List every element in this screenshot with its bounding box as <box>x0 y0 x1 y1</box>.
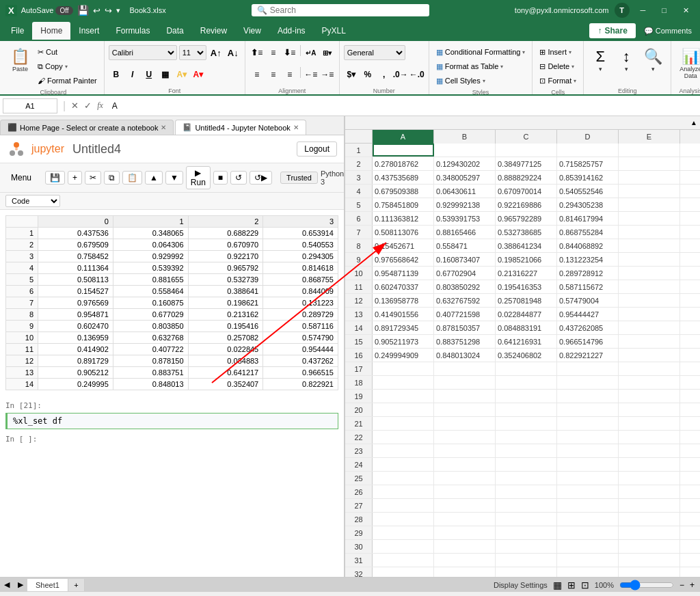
close-tab1-icon[interactable]: ✕ <box>161 124 166 131</box>
spreadsheet-cell[interactable]: 0.632767592 <box>434 294 496 307</box>
spreadsheet-cell[interactable] <box>496 472 557 485</box>
copy-cell-button[interactable]: ⧉ <box>104 171 120 185</box>
menu-item-data[interactable]: Data <box>158 22 191 40</box>
spreadsheet-cell[interactable] <box>619 321 680 334</box>
confirm-formula-icon[interactable]: ✓ <box>84 100 92 111</box>
spreadsheet-cell[interactable] <box>496 144 557 157</box>
align-center-button[interactable]: ≡ <box>266 67 281 82</box>
spreadsheet-cell[interactable] <box>373 513 434 526</box>
spreadsheet-cell[interactable]: 0.414901556 <box>373 308 434 321</box>
spreadsheet-cell[interactable] <box>496 403 557 416</box>
spreadsheet-cell[interactable]: 0.965792289 <box>496 212 557 225</box>
spreadsheet-cell[interactable] <box>619 472 680 485</box>
spreadsheet-cell[interactable] <box>619 226 680 239</box>
spreadsheet-cell[interactable]: 0.437535689 <box>373 171 434 184</box>
spreadsheet-cell[interactable] <box>496 390 557 403</box>
underline-button[interactable]: U <box>142 67 157 82</box>
decimal-increase-button[interactable]: .0→ <box>393 67 408 82</box>
spreadsheet-cell[interactable]: 0.129430202 <box>434 157 496 170</box>
spreadsheet-cell[interactable] <box>619 253 680 266</box>
spreadsheet-cell[interactable]: 0.558471 <box>434 239 496 252</box>
spreadsheet-cell[interactable] <box>619 485 680 498</box>
spreadsheet-cell[interactable] <box>373 458 434 471</box>
spreadsheet-cell[interactable]: 0.844068892 <box>557 239 619 252</box>
spreadsheet-cell[interactable] <box>373 485 434 498</box>
spreadsheet-cell[interactable] <box>619 403 680 416</box>
spreadsheet-cell[interactable]: 0.715825757 <box>557 157 619 170</box>
col-header-A[interactable]: A <box>373 130 434 144</box>
spreadsheet-cell[interactable] <box>557 431 619 444</box>
layout-break-icon[interactable]: ⊡ <box>581 580 589 591</box>
spreadsheet-cell[interactable] <box>373 376 434 389</box>
spreadsheet-cell[interactable] <box>496 376 557 389</box>
zoom-slider[interactable] <box>619 580 674 591</box>
border-button[interactable]: ▦ <box>158 67 173 82</box>
spreadsheet-cell[interactable]: 0.848013024 <box>434 349 496 362</box>
fill-color-button[interactable]: A▾ <box>174 67 189 82</box>
spreadsheet-cell[interactable] <box>680 499 700 512</box>
zoom-out-icon[interactable]: − <box>679 580 684 590</box>
spreadsheet-cell[interactable]: 0.922169886 <box>496 198 557 211</box>
move-up-button[interactable]: ▲ <box>145 171 163 185</box>
spreadsheet-cell[interactable] <box>373 567 434 577</box>
spreadsheet-cell[interactable] <box>619 335 680 348</box>
spreadsheet-cell[interactable] <box>619 185 680 198</box>
spreadsheet-cell[interactable] <box>434 376 496 389</box>
spreadsheet-cell[interactable] <box>680 472 700 485</box>
spreadsheet-cell[interactable] <box>680 308 700 321</box>
spreadsheet-cell[interactable] <box>434 540 496 553</box>
spreadsheet-cell[interactable]: 0.160873407 <box>434 253 496 266</box>
spreadsheet-cell[interactable] <box>680 403 700 416</box>
move-down-button[interactable]: ▼ <box>165 171 183 185</box>
spreadsheet-cell[interactable] <box>434 485 496 498</box>
spreadsheet-cell[interactable] <box>680 526 700 539</box>
spreadsheet-cell[interactable] <box>619 157 680 170</box>
spreadsheet-cell[interactable]: 0.249994909 <box>373 349 434 362</box>
spreadsheet-cell[interactable] <box>680 513 700 526</box>
spreadsheet-cell[interactable] <box>619 349 680 362</box>
spreadsheet-cell[interactable]: 0.88165466 <box>434 226 496 239</box>
comma-button[interactable]: , <box>377 67 392 82</box>
spreadsheet-cell[interactable]: 0.878150357 <box>434 321 496 334</box>
spreadsheet-cell[interactable]: 0.57479004 <box>557 294 619 307</box>
spreadsheet-cell[interactable] <box>496 540 557 553</box>
spreadsheet-cell[interactable] <box>434 472 496 485</box>
spreadsheet-cell[interactable]: 0.21316227 <box>496 267 557 280</box>
format-button[interactable]: ⊡ Format ▾ <box>537 74 579 87</box>
find-button[interactable]: 🔍 ▾ <box>640 45 667 75</box>
jupyter-tab-home[interactable]: ⬛ Home Page - Select or create a noteboo… <box>0 120 174 135</box>
spreadsheet-cell[interactable] <box>373 431 434 444</box>
spreadsheet-cell[interactable]: 0.822921227 <box>557 349 619 362</box>
spreadsheet-cell[interactable] <box>680 567 700 577</box>
spreadsheet-cell[interactable] <box>434 513 496 526</box>
spreadsheet-cell[interactable] <box>434 554 496 567</box>
spreadsheet-cell[interactable]: 0.888829224 <box>496 171 557 184</box>
menu-item-formulas[interactable]: Formulas <box>107 22 158 40</box>
align-middle-button[interactable]: ≡ <box>266 45 281 60</box>
spreadsheet-cell[interactable] <box>680 321 700 334</box>
decimal-decrease-button[interactable]: ←.0 <box>409 67 425 82</box>
name-box[interactable] <box>3 98 57 113</box>
spreadsheet-cell[interactable] <box>680 362 700 375</box>
stop-button[interactable]: ■ <box>213 171 228 185</box>
user-avatar[interactable]: T <box>615 3 630 18</box>
spreadsheet-cell[interactable] <box>680 239 700 252</box>
menu-item-pyxll[interactable]: PyXLL <box>314 22 354 40</box>
conditional-formatting-button[interactable]: ▦ Conditional Formatting ▾ <box>433 45 528 59</box>
spreadsheet-cell[interactable] <box>557 485 619 498</box>
redo-icon[interactable]: ↪ <box>105 5 112 16</box>
save-notebook-button[interactable]: 💾 <box>45 171 65 185</box>
spreadsheet-cell[interactable] <box>619 526 680 539</box>
spreadsheet-cell[interactable] <box>619 294 680 307</box>
spreadsheet-cell[interactable] <box>496 485 557 498</box>
indent-increase-button[interactable]: →≡ <box>320 67 335 82</box>
undo-icon[interactable]: ↩ <box>93 5 100 16</box>
spreadsheet-cell[interactable] <box>496 499 557 512</box>
spreadsheet-cell[interactable] <box>496 444 557 457</box>
copy-button[interactable]: ⧉ Copy ▾ <box>35 59 100 73</box>
spreadsheet-cell[interactable] <box>373 554 434 567</box>
spreadsheet-cell[interactable]: 0.883751298 <box>434 335 496 348</box>
spreadsheet-cell[interactable] <box>496 554 557 567</box>
currency-button[interactable]: $▾ <box>344 67 359 82</box>
number-format-select[interactable]: General <box>344 45 405 60</box>
